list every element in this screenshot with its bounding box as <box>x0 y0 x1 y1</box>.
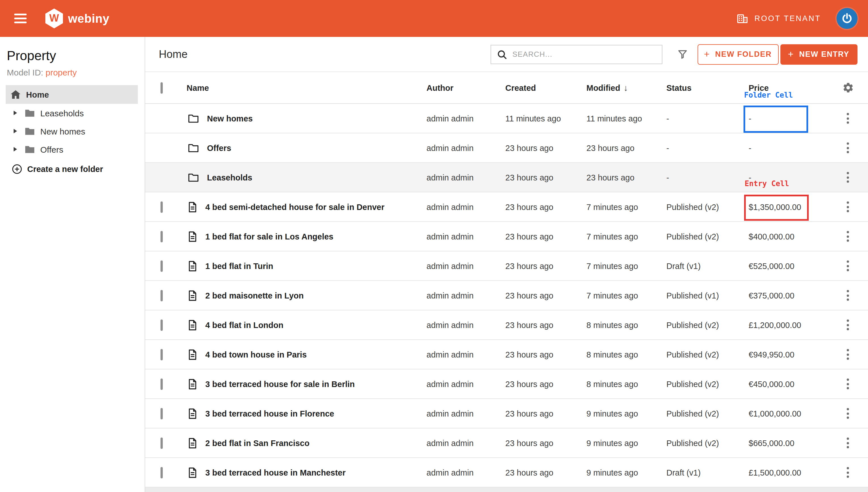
sidebar-item-home[interactable]: Home <box>6 85 138 104</box>
row-actions-menu[interactable] <box>842 347 854 362</box>
new-entry-button[interactable]: + NEW ENTRY <box>780 44 857 65</box>
new-folder-button[interactable]: + NEW FOLDER <box>697 44 779 65</box>
document-icon <box>187 437 198 449</box>
chevron-right-icon[interactable] <box>14 110 17 115</box>
search-icon <box>497 49 507 59</box>
folder-icon <box>187 114 199 123</box>
table-settings-button[interactable] <box>828 82 868 94</box>
column-header-author[interactable]: Author <box>426 83 505 92</box>
building-icon <box>737 13 748 24</box>
row-checkbox[interactable] <box>160 349 163 360</box>
row-price: €525,000.00 <box>748 261 828 270</box>
tenant-label: ROOT TENANT <box>755 14 821 23</box>
row-actions-menu[interactable] <box>842 406 854 421</box>
select-all-checkbox[interactable] <box>160 82 163 93</box>
document-icon <box>188 437 198 449</box>
row-created: 11 minutes ago <box>505 114 586 123</box>
row-status: Published (v2) <box>666 379 748 389</box>
row-price: €450,000.00 <box>748 379 828 389</box>
chevron-right-icon[interactable] <box>14 147 17 151</box>
table-row[interactable]: 3 bed terraced house for sale in Berlin … <box>145 369 868 399</box>
table-row[interactable]: 1 bed flat for sale in Los Angeles admin… <box>145 222 868 251</box>
row-actions-menu[interactable] <box>842 199 854 215</box>
sidebar-folder-leaseholds[interactable]: Leaseholds <box>0 104 144 122</box>
table-row[interactable]: 4 bed town house in Paris admin admin 23… <box>145 340 868 369</box>
row-author: admin admin <box>426 468 505 477</box>
table-row[interactable]: 2 bed maisonette in Lyon admin admin 23 … <box>145 281 868 311</box>
search-input[interactable] <box>511 49 656 59</box>
row-created: 23 hours ago <box>505 232 586 241</box>
row-actions-menu[interactable] <box>842 435 854 450</box>
table-row[interactable]: 4 bed flat in London admin admin 23 hour… <box>145 311 868 340</box>
table-row[interactable]: 4 bed semi-detached house for sale in De… <box>145 192 868 222</box>
table-row[interactable]: New homes admin admin 11 minutes ago 11 … <box>145 104 868 133</box>
row-actions-menu[interactable] <box>842 376 854 392</box>
document-icon <box>188 260 198 272</box>
sidebar-folder-new-homes[interactable]: New homes <box>0 122 144 140</box>
row-actions-menu[interactable] <box>842 229 854 244</box>
tenant-selector[interactable]: ROOT TENANT <box>737 13 821 24</box>
row-status: Published (v2) <box>666 438 748 447</box>
row-modified: 9 minutes ago <box>586 409 666 418</box>
document-icon <box>188 231 198 242</box>
table-row[interactable]: 3 bed terraced house in Florence admin a… <box>145 399 868 428</box>
row-checkbox[interactable] <box>160 437 163 449</box>
column-header-status[interactable]: Status <box>666 83 748 92</box>
table-row[interactable]: 2 bed flat in San Francisco admin admin … <box>145 428 868 458</box>
chevron-right-icon[interactable] <box>14 129 17 133</box>
row-actions-menu[interactable] <box>842 110 854 126</box>
filter-icon[interactable] <box>677 49 688 60</box>
row-price: $400,000.00 <box>748 232 828 241</box>
row-actions-menu[interactable] <box>842 258 854 273</box>
folder-icon <box>187 173 199 182</box>
row-created: 23 hours ago <box>505 202 586 212</box>
create-new-folder-button[interactable]: Create a new folder <box>0 160 144 178</box>
row-checkbox[interactable] <box>160 231 163 242</box>
table-row[interactable]: Leaseholds admin admin 23 hours ago 23 h… <box>145 163 868 192</box>
sidebar-folder-offers[interactable]: Offers <box>0 140 144 158</box>
table-row[interactable]: 1 bed flat in Turin admin admin 23 hours… <box>145 251 868 281</box>
row-modified: 8 minutes ago <box>586 350 666 359</box>
table-body: New homes admin admin 11 minutes ago 11 … <box>145 104 868 488</box>
user-avatar[interactable] <box>836 8 857 29</box>
row-name: 2 bed maisonette in Lyon <box>205 291 304 300</box>
document-icon <box>188 408 198 419</box>
hamburger-menu-icon[interactable] <box>14 14 27 23</box>
column-header-name[interactable]: Name <box>187 83 426 92</box>
row-checkbox[interactable] <box>160 408 163 419</box>
webiny-logo-icon: W <box>45 8 63 28</box>
row-status: Published (v2) <box>666 202 748 212</box>
row-checkbox[interactable] <box>160 319 163 330</box>
column-header-price[interactable]: Price <box>748 83 828 92</box>
row-actions-menu[interactable] <box>842 317 854 333</box>
document-icon <box>188 201 198 213</box>
row-checkbox[interactable] <box>160 378 163 390</box>
column-header-created[interactable]: Created <box>505 83 586 92</box>
table-row[interactable]: Offers admin admin 23 hours ago 23 hours… <box>145 133 868 163</box>
row-name: 1 bed flat for sale in Los Angeles <box>205 232 334 241</box>
row-actions-menu[interactable] <box>842 170 854 185</box>
column-header-modified[interactable]: Modified↓ <box>586 83 666 93</box>
table-row[interactable]: 3 bed terraced house in Manchester admin… <box>145 458 868 488</box>
row-actions-menu[interactable] <box>842 288 854 303</box>
row-name: 1 bed flat in Turin <box>205 261 273 270</box>
row-status: - <box>666 143 748 152</box>
document-icon <box>187 408 198 419</box>
document-icon <box>187 467 198 478</box>
row-created: 23 hours ago <box>505 350 586 359</box>
row-checkbox[interactable] <box>160 467 163 478</box>
row-author: admin admin <box>426 409 505 418</box>
row-checkbox[interactable] <box>160 290 163 301</box>
document-icon <box>187 201 198 213</box>
row-actions-menu[interactable] <box>842 140 854 155</box>
row-checkbox[interactable] <box>160 201 163 213</box>
row-price: $665,000.00 <box>748 438 828 447</box>
row-created: 23 hours ago <box>505 438 586 447</box>
row-modified: 23 hours ago <box>586 143 666 152</box>
row-status: Published (v2) <box>666 409 748 418</box>
row-actions-menu[interactable] <box>842 465 854 480</box>
row-name: 4 bed flat in London <box>205 320 284 329</box>
row-name: New homes <box>207 114 253 123</box>
row-checkbox[interactable] <box>160 260 163 272</box>
model-title: Property <box>7 48 144 64</box>
